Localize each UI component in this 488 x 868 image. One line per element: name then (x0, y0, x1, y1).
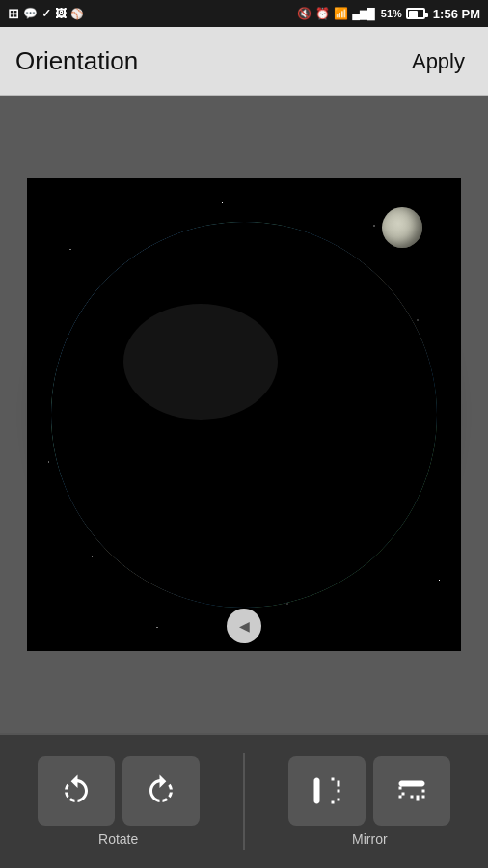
header: Orientation Apply (0, 27, 488, 96)
status-icons-left: ⊞ 💬 ✓ 🖼 ⚾ (8, 6, 84, 21)
main-content (0, 96, 488, 733)
message-icon: 💬 (23, 7, 38, 20)
mirror-vertical-button[interactable] (373, 756, 450, 826)
check-icon: ✓ (41, 7, 51, 20)
rotate-left-icon (59, 773, 94, 808)
mirror-vertical-icon (394, 773, 429, 808)
page-title: Orientation (15, 46, 138, 76)
time-display: 1:56 PM (433, 7, 480, 21)
rotate-group: Rotate (38, 756, 200, 847)
wifi-icon: 📶 (334, 7, 348, 20)
mirror-group: Mirror (288, 756, 450, 847)
rotate-right-button[interactable] (122, 756, 200, 826)
moon (382, 207, 422, 248)
mirror-label: Mirror (352, 831, 388, 847)
earth-container (27, 178, 461, 651)
rotate-right-icon (144, 773, 178, 808)
mirror-horizontal-button[interactable] (288, 756, 366, 826)
mirror-buttons (288, 756, 450, 826)
earth-continents (51, 222, 437, 608)
rotate-buttons (38, 756, 200, 826)
scroll-handle[interactable] (227, 609, 261, 643)
svg-point-18 (123, 304, 278, 420)
mirror-horizontal-icon (310, 773, 344, 808)
bottom-toolbar: Rotate Mirror (0, 733, 488, 868)
battery-icon (406, 8, 425, 19)
apply-button[interactable]: Apply (404, 41, 473, 82)
battery-level: 51% (381, 8, 402, 19)
svg-point-17 (51, 222, 437, 608)
baseball-icon: ⚾ (70, 8, 84, 20)
signal-icon: ▄▆█ (352, 8, 375, 20)
rotate-left-button[interactable] (38, 756, 115, 826)
earth-sphere (51, 222, 437, 608)
status-bar: ⊞ 💬 ✓ 🖼 ⚾ 🔇 ⏰ 📶 ▄▆█ 51% 1:56 PM (0, 0, 488, 27)
image-icon: 🖼 (55, 7, 67, 20)
toolbar-divider (243, 753, 245, 850)
alarm-icon: ⏰ (315, 7, 330, 20)
mute-icon: 🔇 (297, 7, 312, 20)
add-icon: ⊞ (8, 6, 19, 21)
status-icons-right: 🔇 ⏰ 📶 ▄▆█ 51% 1:56 PM (297, 7, 480, 21)
rotate-label: Rotate (98, 831, 138, 847)
